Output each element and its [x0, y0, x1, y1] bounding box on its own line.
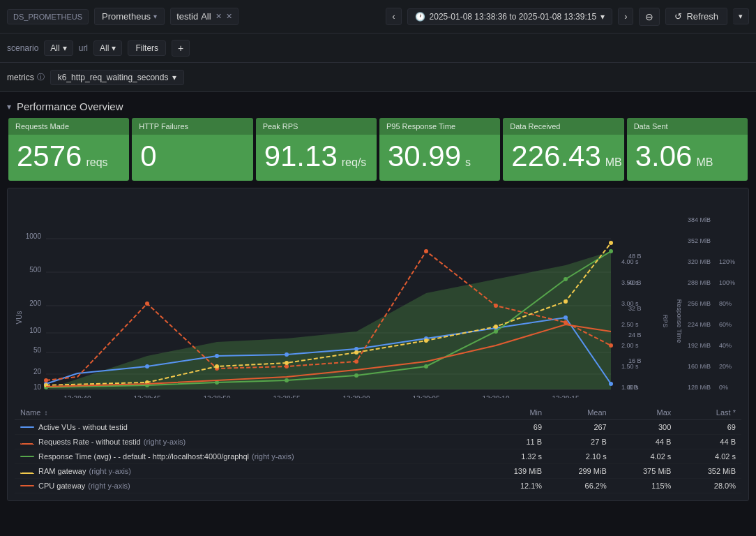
legend-max: 4.02 s: [612, 449, 677, 464]
refresh-icon: ↺: [674, 11, 682, 22]
sort-icon: ↕: [44, 409, 47, 417]
svg-point-67: [145, 302, 149, 306]
svg-point-64: [564, 315, 568, 320]
svg-text:0%: 0%: [719, 384, 728, 391]
svg-text:32 B: 32 B: [628, 305, 642, 312]
stat-card-1: HTTP Failures 0: [132, 118, 252, 181]
metrics-select-dropdown[interactable]: k6_http_req_waiting_seconds ▾: [50, 70, 185, 85]
legend-suffix: (right y-axis): [88, 482, 130, 490]
legend-min: 69: [483, 420, 547, 435]
metrics-label-group: metrics ⓘ: [7, 72, 45, 82]
legend-row[interactable]: Requests Rate - without testid (right y-…: [15, 435, 741, 449]
svg-point-92: [609, 241, 613, 245]
legend-name: CPU gateway: [38, 482, 85, 490]
svg-text:384 MiB: 384 MiB: [688, 216, 711, 223]
svg-text:8 B: 8 B: [628, 384, 638, 391]
svg-text:288 MiB: 288 MiB: [688, 279, 711, 286]
svg-point-78: [285, 378, 289, 382]
svg-text:13:38:45: 13:38:45: [134, 395, 161, 398]
legend-col-name[interactable]: Name ↕: [15, 405, 483, 420]
svg-text:160 MiB: 160 MiB: [688, 363, 711, 370]
time-range-picker[interactable]: 🕐 2025-01-08 13:38:36 to 2025-01-08 13:3…: [407, 8, 613, 25]
legend-mean: 27 B: [547, 435, 612, 449]
legend-name-cell: Requests Rate - without testid (right y-…: [15, 435, 483, 449]
svg-text:20: 20: [33, 368, 42, 375]
legend-mean: 267: [547, 420, 612, 435]
stat-unit: MB: [696, 156, 713, 169]
svg-point-65: [609, 382, 613, 386]
stat-unit: reqs: [86, 156, 107, 169]
url-value-dropdown[interactable]: All ▾: [93, 40, 122, 56]
metrics-label: metrics: [7, 73, 34, 82]
stat-label: Requests Made: [8, 118, 129, 135]
svg-text:50: 50: [33, 346, 42, 354]
svg-point-83: [609, 249, 613, 253]
time-chevron-icon: ▾: [600, 12, 605, 22]
info-icon[interactable]: ⓘ: [37, 72, 45, 82]
svg-text:200: 200: [29, 299, 41, 307]
legend-name-cell: RAM gateway (right y-axis): [15, 464, 483, 479]
legend-suffix: (right y-axis): [144, 438, 186, 446]
chart-svg: 10 20 50 100 200 500 1000 VUs 13:38:40 1…: [15, 195, 740, 398]
datasource-dropdown[interactable]: Prometheus ▾: [94, 8, 165, 25]
section-header: ▾ Performance Overview: [0, 92, 756, 118]
svg-point-86: [215, 364, 219, 368]
metricsbar: metrics ⓘ k6_http_req_waiting_seconds ▾: [0, 63, 756, 92]
legend-row[interactable]: CPU gateway (right y-axis) 12.1% 66.2% 1…: [15, 479, 741, 493]
legend-max: 375 MiB: [612, 464, 677, 479]
tag-clear-icon[interactable]: ✕: [226, 12, 232, 21]
url-value: All: [100, 43, 109, 53]
svg-text:16 B: 16 B: [628, 357, 642, 364]
stat-body: 2576 reqs: [8, 135, 129, 181]
time-next-button[interactable]: ›: [618, 8, 633, 25]
stat-body: 30.99 s: [379, 135, 500, 181]
svg-text:13:38:50: 13:38:50: [204, 395, 231, 398]
svg-text:13:39:00: 13:39:00: [343, 395, 370, 398]
metrics-chevron-icon: ▾: [172, 73, 176, 82]
svg-point-90: [494, 325, 498, 329]
chart-container: 10 20 50 100 200 500 1000 VUs 13:38:40 1…: [7, 188, 749, 501]
svg-point-60: [285, 352, 289, 357]
svg-point-88: [354, 350, 358, 355]
svg-text:Response Time: Response Time: [676, 299, 683, 343]
tag-close-icon[interactable]: ✕: [216, 12, 222, 21]
filters-button[interactable]: Filters: [128, 40, 166, 56]
section-collapse-icon[interactable]: ▾: [7, 102, 11, 112]
legend-mean: 66.2%: [547, 479, 612, 493]
stat-card-4: Data Received 226.43 MB: [503, 118, 623, 181]
legend-last: 69: [676, 420, 741, 435]
stat-value: 0: [140, 142, 156, 171]
stat-label: Data Received: [503, 118, 623, 135]
legend-col-min: Min: [483, 405, 547, 420]
zoom-out-button[interactable]: ⊖: [639, 8, 660, 26]
chevron-down-icon: ▾: [153, 13, 157, 20]
refresh-interval-dropdown[interactable]: ▾: [733, 8, 749, 24]
stat-label: P95 Response Time: [379, 118, 500, 135]
legend-color-indicator: [20, 426, 34, 428]
legend-mean: 299 MiB: [547, 464, 612, 479]
stat-label: HTTP Failures: [132, 118, 252, 135]
scenario-chevron-icon: ▾: [63, 43, 67, 53]
legend-suffix: (right y-axis): [89, 467, 131, 475]
legend-row[interactable]: Active VUs - without testid 69 267 300 6…: [15, 420, 741, 435]
svg-text:352 MiB: 352 MiB: [688, 237, 711, 244]
legend-row[interactable]: Response Time (avg) - - default - http:/…: [15, 449, 741, 464]
legend-color-indicator: [20, 485, 34, 486]
svg-text:120%: 120%: [719, 258, 735, 265]
refresh-button[interactable]: ↺ Refresh: [665, 8, 727, 25]
legend-row[interactable]: RAM gateway (right y-axis) 139 MiB 299 M…: [15, 464, 741, 479]
add-filter-button[interactable]: +: [172, 40, 190, 57]
legend-name: Active VUs - without testid: [38, 423, 128, 431]
time-prev-button[interactable]: ‹: [386, 8, 401, 25]
svg-text:13:39:05: 13:39:05: [413, 395, 440, 398]
svg-text:13:39:15: 13:39:15: [552, 395, 580, 398]
url-label: url: [79, 43, 88, 53]
svg-text:128 MiB: 128 MiB: [688, 384, 711, 391]
topbar: DS_PROMETHEUS Prometheus ▾ testid All ✕ …: [0, 0, 756, 34]
scenario-value-dropdown[interactable]: All ▾: [44, 40, 73, 56]
stat-card-0: Requests Made 2576 reqs: [8, 118, 129, 181]
legend-max: 115%: [612, 479, 677, 493]
legend-name-cell: Response Time (avg) - - default - http:/…: [15, 449, 483, 464]
url-chevron-icon: ▾: [112, 43, 116, 53]
legend-suffix: (right y-axis): [252, 452, 294, 461]
